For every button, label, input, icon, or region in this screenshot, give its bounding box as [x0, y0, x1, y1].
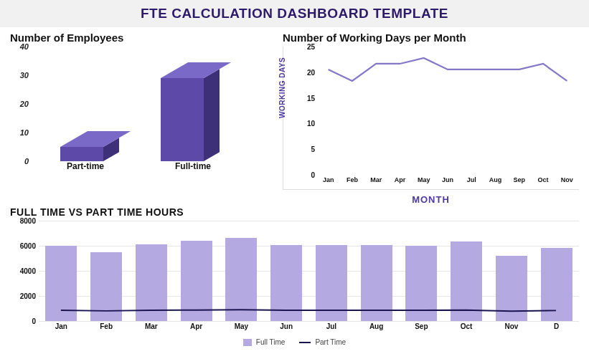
legend-swatch-bar: [243, 339, 252, 346]
x-label: Jun: [264, 322, 309, 335]
page-title: FTE CALCULATION DASHBOARD TEMPLATE: [0, 6, 589, 21]
full-time-bar: [405, 246, 437, 321]
full-time-bar: [361, 245, 392, 321]
x-label: May: [219, 322, 264, 335]
bar-col: [309, 221, 354, 321]
employees-y-axis: 40 30 20 10 0: [10, 47, 32, 161]
working-days-chart: WORKING DAYS 25 20 15 10 5 0 Jan Feb Mar…: [283, 47, 579, 190]
header-bar: FTE CALCULATION DASHBOARD TEMPLATE: [0, 0, 589, 27]
hours-y-axis: 8000 6000 4000 2000 0: [10, 221, 39, 321]
y-tick: 10: [20, 128, 29, 137]
bar-col: [84, 221, 129, 321]
employees-x-labels: Part-time Full-time: [32, 161, 275, 183]
x-label: Feb: [340, 176, 364, 188]
full-time-bar: [316, 245, 347, 321]
x-label: Aug: [484, 176, 507, 188]
working-days-x-labels: Jan Feb Mar Apr May Jun Jul Aug Sep Oct …: [316, 176, 579, 188]
y-tick: 15: [307, 94, 315, 102]
x-label: Sep: [399, 322, 444, 335]
hours-title: FULL TIME VS PART TIME HOURS: [10, 206, 579, 218]
full-time-bar: [45, 246, 77, 321]
x-label: Jul: [309, 322, 354, 335]
working-days-panel: Number of Working Days per Month WORKING…: [283, 32, 579, 205]
employees-title: Number of Employees: [10, 32, 275, 44]
month-axis-label: MONTH: [283, 194, 579, 205]
hours-legend: Full Time Part Time: [10, 338, 579, 346]
y-tick: 10: [307, 120, 315, 128]
x-label: Apr: [174, 322, 219, 335]
legend-swatch-line: [299, 342, 311, 343]
full-time-bar: [541, 248, 572, 321]
x-label: Jul: [460, 176, 484, 188]
x-label: Feb: [84, 322, 129, 335]
bar-col: [219, 221, 264, 321]
bar-col: [174, 221, 219, 321]
x-label: Mar: [129, 322, 174, 335]
y-tick: 0: [24, 157, 29, 166]
x-label: Oct: [444, 322, 489, 335]
y-tick: 40: [20, 42, 29, 51]
y-tick: 30: [20, 71, 29, 80]
legend-label: Part Time: [315, 338, 346, 346]
y-tick: 2000: [20, 292, 36, 300]
full-time-bar: [225, 238, 257, 321]
legend-part-time: Part Time: [299, 338, 346, 346]
x-label: May: [412, 176, 435, 188]
full-time-bar: [181, 241, 212, 321]
full-time-bar: [270, 245, 302, 321]
hours-chart: 8000 6000 4000 2000 0 Jan: [10, 221, 579, 335]
legend-label: Full Time: [256, 338, 286, 346]
working-days-y-axis: 25 20 15 10 5 0: [295, 47, 316, 175]
x-label: Full-time: [139, 161, 247, 183]
full-time-bar: [136, 244, 167, 321]
x-label: Oct: [531, 176, 555, 188]
y-tick: 5: [311, 145, 315, 153]
x-label: Jan: [39, 322, 84, 335]
x-label: Mar: [364, 176, 388, 188]
bar-col: [444, 221, 489, 321]
employees-chart: 40 30 20 10 0: [10, 47, 275, 183]
y-tick: 6000: [20, 242, 36, 250]
y-tick: 20: [307, 68, 315, 76]
bar-col: [39, 221, 84, 321]
bar-col: [534, 221, 579, 321]
x-label: D: [534, 322, 579, 335]
y-tick: 0: [32, 317, 36, 325]
employees-plot: [32, 47, 275, 161]
x-label: Sep: [507, 176, 531, 188]
full-time-bar: [496, 256, 527, 321]
y-tick: 8000: [20, 217, 36, 225]
x-label: Aug: [354, 322, 399, 335]
full-time-bar: [451, 241, 482, 321]
x-label: Nov: [489, 322, 534, 335]
hours-x-labels: Jan Feb Mar Apr May Jun Jul Aug Sep Oct …: [39, 322, 579, 335]
bar-col: [399, 221, 444, 321]
y-tick: 0: [311, 171, 315, 179]
working-days-line: [316, 47, 579, 190]
top-row: Number of Employees 40 30 20 10 0: [0, 27, 589, 205]
legend-full-time: Full Time: [243, 338, 286, 346]
x-label: Jun: [435, 176, 459, 188]
bar-col: [354, 221, 399, 321]
employees-panel: Number of Employees 40 30 20 10 0: [10, 32, 275, 205]
x-label: Jan: [316, 176, 340, 188]
hours-bars: [39, 221, 579, 321]
x-label: Nov: [555, 176, 579, 188]
x-label: Apr: [388, 176, 412, 188]
bar-col: [489, 221, 534, 321]
full-time-bar: [90, 252, 122, 321]
x-label: Part-time: [32, 161, 139, 183]
bar-col: [264, 221, 309, 321]
y-tick: 4000: [20, 267, 36, 275]
y-tick: 20: [20, 100, 29, 108]
y-tick: 25: [307, 43, 315, 51]
working-days-y-label: WORKING DAYS: [278, 57, 286, 118]
working-days-title: Number of Working Days per Month: [283, 32, 579, 44]
hours-panel: FULL TIME VS PART TIME HOURS 8000 6000 4…: [0, 205, 589, 346]
bar-col: [129, 221, 174, 321]
